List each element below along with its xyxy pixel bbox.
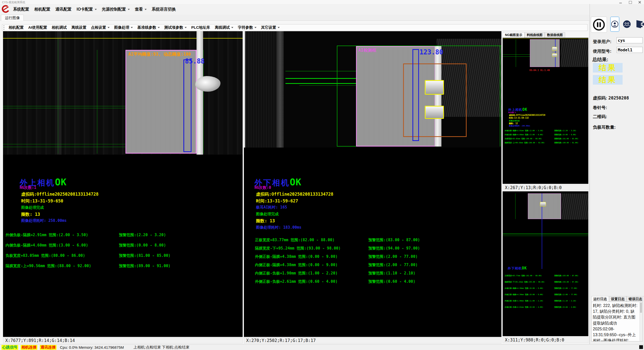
log-tab[interactable]: 设置日志 xyxy=(609,296,627,302)
chevron-down-icon xyxy=(108,27,110,28)
thumbnail-tab[interactable]: 数据曲线图 xyxy=(545,32,565,38)
pause-icon xyxy=(592,18,605,31)
tab-detect-box-1 xyxy=(425,80,444,95)
toolbar-item[interactable]: 离线设置 xyxy=(69,25,89,30)
measurement-row: 内侧正极-负极=1.90mm 范围:(1.00 - 2.20) 预警范围:(1.… xyxy=(505,300,588,306)
mini-red-metric: XS:84.1 XL:1.49 xyxy=(529,69,550,72)
login-user-input[interactable] xyxy=(617,37,643,43)
tab-detect-box-2 xyxy=(425,106,444,119)
toolbar-items: 相机配置 AI使用配置 相机调试 离线设置 点检设置 xyxy=(6,25,282,30)
log-tab[interactable]: 错误日志 xyxy=(627,296,644,302)
ng-snapshot-lower[interactable]: 外下相机OK 正极宽度=83.77mm 范围:(82.00 - 88.00) 预… xyxy=(503,191,588,336)
chevron-down-icon xyxy=(128,9,130,10)
menu-item[interactable]: 系统配置 xyxy=(11,7,32,12)
menu-item[interactable]: IO卡配置 xyxy=(74,7,99,12)
ng-snapshot-upper[interactable]: XS:84.1 XL:1.49 外上相机OK NG次数:1 虚拟码:Offlin… xyxy=(503,38,588,184)
menu-item[interactable]: 光源控制配置 xyxy=(99,7,132,12)
menu-item[interactable]: 查看 xyxy=(132,7,149,12)
time-label: 时间:13-31-59-627 xyxy=(256,198,298,204)
comm-connect-status: 通讯连接 xyxy=(40,345,56,350)
user-manage-button[interactable] xyxy=(623,17,631,32)
toolbar-item[interactable]: 其它设置 xyxy=(259,25,282,30)
total-result-label: 总结果: xyxy=(592,56,608,63)
minimize-icon[interactable] xyxy=(619,1,622,4)
qr-code-label: 二维码: xyxy=(593,114,607,120)
pixel-coords-lower: X:270;Y:2502;R:17;G:17;B:17 xyxy=(244,337,501,343)
toolbar-item[interactable]: PLC地址库 xyxy=(189,25,212,30)
maximize-icon[interactable] xyxy=(628,1,632,4)
toolbar-item[interactable]: AI使用配置 xyxy=(26,25,49,30)
virtual-code-field: 虚拟码: 20250208 xyxy=(593,95,629,101)
ai-threshold-label: AI平均阈值:93, 动态阈值:100 xyxy=(128,51,191,57)
electrode-tab-image xyxy=(195,76,220,92)
menu-items: 系统配置 相机配置 通讯配置 IO卡配置 光源控制配置 xyxy=(11,7,178,12)
toolbar-item[interactable]: 点检设置 xyxy=(89,25,112,30)
chevron-down-icon xyxy=(131,27,133,28)
measure-box-blue xyxy=(412,49,419,141)
status-ok-label: OK xyxy=(55,177,67,188)
measurement-list-upper: 外侧负极-隔膜=2.91mm 范围:(2.00 - 3.50) 预警范围:(2.… xyxy=(6,233,240,274)
result-badge-lower: 结果 xyxy=(593,75,623,85)
loop-count-label: 圈数: 13 xyxy=(21,212,40,217)
user-login-button[interactable] xyxy=(610,17,619,32)
measurement-row: 外侧负极-隔膜=2.91mm 范围:(2.00 - 3.50) 预警范围:(2.… xyxy=(505,129,588,133)
sidebar: 登录用户: 使用型号: 总结果: 结果 结果 虚拟码: 20250208 卷针号… xyxy=(590,4,644,344)
thumbnail-tab[interactable]: 料线曲线图 xyxy=(525,32,545,38)
measurement-row: 隔膜宽度-下=95.24mm 范围:(93.00 - 98.00) 预警范围:(… xyxy=(505,281,588,287)
measurement-row: 隔膜宽度-上=90.56mm 范围:(88.00 - 92.00) 预警范围:(… xyxy=(505,142,588,146)
menu-item[interactable]: 系统语言切换 xyxy=(149,7,178,12)
main-tab-row: 运行图像 xyxy=(0,15,644,21)
measurement-row: 正极宽度=83.77mm 范围:(82.00 - 88.00) 预警范围:(83… xyxy=(255,238,497,246)
close-icon[interactable] xyxy=(638,1,641,4)
camera-view-upper[interactable]: AI平均阈值:93, 动态阈值:100 85.88 外上相机OK NG次数:1 … xyxy=(3,31,243,337)
toolbar-item[interactable]: 相机调试 xyxy=(49,25,69,30)
pixel-coords-upper: X:7677;Y:891;R:14;G:14;B:14 xyxy=(3,337,243,343)
toolbar-item[interactable]: 图像处理 xyxy=(112,25,135,30)
exit-button[interactable] xyxy=(634,17,644,32)
thumbnail-tab[interactable]: NG截图显示 xyxy=(503,32,525,38)
mini-measurement-list: 外侧负极-隔膜=2.91mm 范围:(2.00 - 3.50) 预警范围:(2.… xyxy=(505,129,588,146)
menubar: 系统配置 相机配置 通讯配置 IO卡配置 光源控制配置 xyxy=(0,4,644,15)
log-text: 耗时: 222, 缺陷检测耗时: 17, 缺陷分类耗时: 0, 缺陷提取分区耗时… xyxy=(593,303,637,341)
measurement-row: 内侧正极-隔膜=4.38mm 范围:(0.00 - 9.00) 预警范围:(2.… xyxy=(255,263,497,271)
measurement-list-lower: 正极宽度=83.77mm 范围:(82.00 - 88.00) 预警范围:(83… xyxy=(255,238,497,288)
camera-image-lower: AI检测框 123.80 xyxy=(244,31,501,148)
camera-view-lower[interactable]: AI检测框 123.80 外下相机OK NG次数:0 虚拟码:Offline20… xyxy=(244,31,501,337)
brand-logo-icon xyxy=(1,4,10,14)
menu-item[interactable]: 相机配置 xyxy=(32,7,53,12)
toolbar-item[interactable]: 字符参数 xyxy=(236,25,259,30)
heartbeat-status: 心跳信号 xyxy=(2,345,18,350)
log-text-area[interactable]: 耗时: 222, 缺陷检测耗时: 17, 缺陷分类耗时: 0, 缺陷提取分区耗时… xyxy=(591,302,643,341)
log-scrollbar[interactable] xyxy=(639,302,642,341)
camera-check-status: 上相机:点检结束 下相机:点检结束 xyxy=(133,345,189,350)
chevron-down-icon xyxy=(278,27,280,28)
users-icon xyxy=(623,20,631,28)
toolbar-item[interactable]: 测试项参数 xyxy=(162,25,189,30)
chevron-down-icon xyxy=(231,27,233,28)
toolbar-item[interactable]: 相机配置 xyxy=(6,25,26,30)
log-tabs: 运行日志 设置日志 错误日志 xyxy=(591,296,644,302)
measurement-row: 内侧负极-隔膜=4.60mm 范围:(3.00 - 6.00) 预警范围:(0.… xyxy=(6,243,240,253)
menu-item[interactable]: 通讯配置 xyxy=(53,7,74,12)
cpu-memory-status: Cpu: 0.0% Memory: 3424.41796875M xyxy=(60,345,124,349)
ng-count-label: NG次数:1 xyxy=(20,185,36,190)
mini-camera-name: 外下相机OK xyxy=(508,266,527,271)
model-input[interactable] xyxy=(617,47,643,53)
time-label: 时间:13-31-59-650 xyxy=(21,198,63,204)
tab-run-image[interactable]: 运行图像 xyxy=(1,15,24,21)
toolbar-item[interactable]: 基准线参数 xyxy=(135,25,162,30)
measurement-row: 内侧正极-负极=1.90mm 范围:(1.00 - 2.20) 预警范围:(1.… xyxy=(255,271,497,279)
tab-count-label: 负极耳数量: xyxy=(593,124,616,130)
result-badge-upper: 结果 xyxy=(593,63,623,73)
pixel-coords-thumb2: X:311;Y:980;R:0;G:0;B:0 xyxy=(503,337,588,343)
measure-value-blue: 123.80 xyxy=(420,48,443,56)
measurement-row: 外侧正极-隔膜=4.38mm 范围:(0.00 - 9.00) 预警范围:(2.… xyxy=(255,254,497,263)
measurement-row: 外侧正极-隔膜=4.38mm 范围:(0.00 - 9.00) 预警范围:(2.… xyxy=(505,287,588,293)
ai-detect-box-label: AI检测框 xyxy=(358,47,376,53)
logout-icon xyxy=(635,19,644,29)
pause-button[interactable] xyxy=(591,17,607,33)
camera-connect-status: 相机连接 xyxy=(21,345,37,350)
log-tab[interactable]: 运行日志 xyxy=(591,296,609,302)
toolbar-item[interactable]: 离线调试 xyxy=(212,25,236,30)
measurement-row: 内侧负极-隔膜=4.60mm 范围:(3.00 - 6.00) 预警范围:(0.… xyxy=(505,133,588,137)
